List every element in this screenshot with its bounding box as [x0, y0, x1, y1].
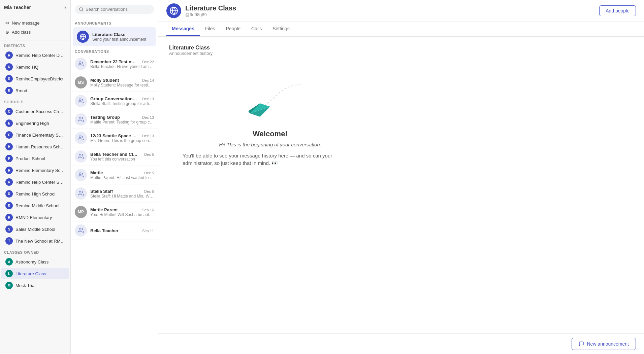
welcome-text: Hi! This is the beginning of your conver… [219, 141, 321, 149]
label-literature-class: Literature Class [15, 271, 46, 276]
conv-info-mattie-parent: Mattie Parent Sep 16 You: Hi Mattie! Wil… [90, 207, 154, 217]
conv-avatar-mattie [75, 169, 87, 181]
announcement-text: Literature Class Send your first announc… [92, 32, 146, 42]
main-topbar: Literature Class @9d98g89 Add people [158, 0, 644, 22]
svg-point-6 [79, 117, 81, 119]
avatar-remind-middle-school: R [5, 202, 13, 209]
tab-files[interactable]: Files [200, 22, 221, 36]
label-remind-employee-district: RemindEmployeeDistrict [15, 76, 63, 81]
avatar-remind-high-school: R [5, 190, 13, 198]
announcement-name: Literature Class [92, 32, 146, 37]
tab-messages[interactable]: Messages [166, 22, 200, 36]
sidebar-item-customer-success-charter[interactable]: CCustomer Success Charter [1, 106, 69, 117]
add-class-button[interactable]: ⊕ Add class [4, 28, 66, 37]
conversation-item-bella-teacher[interactable]: Bella Teacher Sep 11 [71, 221, 158, 240]
sidebar-item-mock-trial[interactable]: MMock Trial [1, 280, 69, 291]
conversation-item-molly-student[interactable]: MS Molly Student Dec 14 Molly Student: M… [71, 73, 158, 92]
conv-avatar-group-conv-test [75, 95, 87, 107]
group-icon [78, 172, 84, 178]
conv-date-bella-cleo: Dec 5 [144, 152, 154, 156]
conversation-item-mattie-parent[interactable]: MP Mattie Parent Sep 16 You: Hi Mattie! … [71, 203, 158, 221]
avatar-remind-employee-district: R [5, 75, 13, 82]
class-title-block: Literature Class @9d98g89 [185, 4, 236, 17]
search-input[interactable] [86, 7, 150, 12]
svg-point-10 [79, 191, 81, 193]
sidebar-item-literature-class[interactable]: LLiterature Class [1, 268, 69, 279]
sidebar-item-remind-middle-school[interactable]: RRemind Middle School [1, 200, 69, 211]
user-menu[interactable]: Mia Teacher ▾ [0, 0, 70, 15]
label-customer-success-charter: Customer Success Charter [15, 109, 65, 114]
conv-preview-dec22testing: Bella Teacher: Hi everyone! I am ren... [90, 64, 154, 69]
class-info: Literature Class @9d98g89 [166, 3, 236, 18]
new-message-icon: ✉ [5, 21, 9, 26]
sidebar-item-remind-help-center-school[interactable]: RRemind Help Center School [1, 176, 69, 188]
conv-name-seattle-space-needle: 12/23 Seattle Space Needle [90, 133, 137, 138]
add-people-button[interactable]: Add people [599, 5, 636, 16]
conv-info-bella-cleo: Bella Teacher and Cleo Ad... Dec 5 You l… [90, 152, 154, 162]
label-mock-trial: Mock Trial [15, 283, 35, 288]
sidebar-item-sales-middle-school[interactable]: SSales Middle School [1, 223, 69, 235]
welcome-text2: You'll be able to see your message histo… [183, 152, 358, 167]
tab-people[interactable]: People [221, 22, 246, 36]
conv-info-testing-group: Testing Group Dec 13 Mattie Parent: Test… [90, 115, 154, 125]
sidebar-item-product-school[interactable]: PProduct School [1, 153, 69, 164]
conv-name-dec22testing: December 22 Testing Gro... [90, 59, 137, 64]
new-message-label: New message [12, 21, 39, 26]
conv-avatar-testing-group [75, 113, 87, 126]
avatar-product-school: P [5, 155, 13, 162]
districts-list: RRemind Help Center DistrictRRemind HQRR… [0, 49, 70, 97]
group-icon [78, 61, 84, 67]
sidebar-item-remind-help-center-district[interactable]: RRemind Help Center District [1, 49, 69, 61]
breadcrumb: Literature Class Announcement history [169, 45, 633, 56]
sidebar-item-rmnd-elementary[interactable]: RRMND Elementary [1, 212, 69, 223]
sidebar-item-finance-elementary-school[interactable]: FFinance Elementary School [1, 129, 69, 141]
sidebar-item-remind-hq[interactable]: RRemind HQ [1, 61, 69, 73]
sidebar: Mia Teacher ▾ ✉ New message ⊕ Add class … [0, 0, 71, 354]
middle-panel: ANNOUNCEMENTS Literature Class Send your… [71, 0, 158, 354]
breadcrumb-sub: Announcement history [169, 51, 633, 56]
classes-label: Classes owned [0, 247, 70, 256]
sidebar-item-remind-elementary-school[interactable]: RRemind Elementary School [1, 165, 69, 176]
conv-date-mattie: Dec 5 [144, 171, 154, 175]
sidebar-item-remind-employee-district[interactable]: RRemindEmployeeDistrict [1, 73, 69, 84]
group-icon [78, 116, 84, 122]
search-bar[interactable] [75, 5, 154, 14]
conversation-item-stella-staff[interactable]: Stella Staff Dec 5 Stella Staff: Hi Matt… [71, 184, 158, 203]
paper-plane-icon [230, 81, 311, 122]
sidebar-item-human-resources-school[interactable]: HHuman Resources School [1, 141, 69, 152]
sidebar-item-the-new-school-at-rmnd[interactable]: TThe New School at RMND [1, 235, 69, 247]
conversation-item-group-conv-test[interactable]: Group Conversation Testi... Dec 13 Stell… [71, 92, 158, 110]
conversation-item-dec22testing[interactable]: December 22 Testing Gro... Dec 22 Bella … [71, 55, 158, 73]
conv-name-mattie-parent: Mattie Parent [90, 207, 118, 212]
svg-point-11 [79, 228, 81, 230]
new-message-button[interactable]: ✉ New message [4, 19, 66, 28]
sidebar-item-engineering-high[interactable]: EEngineering High [1, 117, 69, 129]
conv-preview-mattie-parent: You: Hi Mattie! Will Sasha be able to ..… [90, 212, 154, 217]
conv-info-stella-staff: Stella Staff Dec 5 Stella Staff: Hi Matt… [90, 189, 154, 199]
sidebar-item-rmnd[interactable]: RRmnd [1, 85, 69, 96]
svg-line-1 [82, 10, 83, 11]
conv-name-group-conv-test: Group Conversation Testi... [90, 96, 137, 101]
svg-point-0 [79, 7, 83, 10]
new-announcement-button[interactable]: New announcement [572, 338, 636, 350]
tab-settings[interactable]: Settings [267, 22, 295, 36]
conversation-item-bella-cleo[interactable]: Bella Teacher and Cleo Ad... Dec 5 You l… [71, 147, 158, 166]
sidebar-item-astronomy-class[interactable]: AAstronomy Class [1, 256, 69, 268]
conv-preview-bella-cleo: You left this conversation [90, 157, 154, 162]
announcement-icon [579, 341, 584, 347]
tab-calls[interactable]: Calls [246, 22, 267, 36]
districts-label: Districts [0, 40, 70, 49]
conversation-item-mattie[interactable]: Mattie Dec 5 Mattie Parent: Hi! Just wan… [71, 166, 158, 184]
conversation-item-testing-group[interactable]: Testing Group Dec 13 Mattie Parent: Test… [71, 110, 158, 129]
announcement-item[interactable]: Literature Class Send your first announc… [73, 27, 156, 46]
conv-preview-seattle-space-needle: Ms. Green: This is the group convers... [90, 138, 154, 143]
sidebar-item-remind-high-school[interactable]: RRemind High School [1, 188, 69, 200]
avatar-mock-trial: M [5, 282, 13, 289]
avatar-astronomy-class: A [5, 258, 13, 266]
content-area: Literature Class Announcement history We… [158, 37, 644, 333]
label-remind-help-center-district: Remind Help Center District [15, 53, 65, 58]
conversation-item-seattle-space-needle[interactable]: 12/23 Seattle Space Needle Dec 13 Ms. Gr… [71, 129, 158, 147]
conv-date-molly-student: Dec 14 [142, 78, 154, 82]
label-human-resources-school: Human Resources School [15, 144, 65, 149]
svg-point-7 [79, 136, 81, 138]
